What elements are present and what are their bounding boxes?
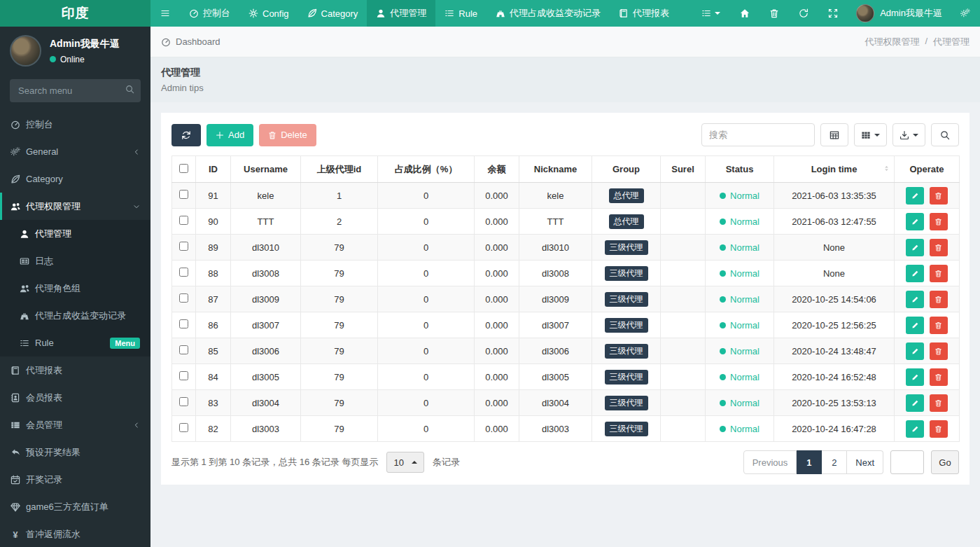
delete-row-button[interactable]	[930, 213, 948, 230]
sidebar-item-agent-manage[interactable]: 代理管理	[0, 220, 150, 247]
nav-item-rule[interactable]: Rule	[435, 0, 486, 27]
cell-operate	[895, 390, 960, 416]
row-checkbox[interactable]	[179, 242, 188, 251]
sort-icon	[883, 165, 890, 172]
breadcrumb-dashboard-link[interactable]: Dashboard	[161, 36, 220, 47]
edit-row-button[interactable]	[906, 239, 924, 256]
cell-login-time: 2020-10-24 16:47:28	[774, 416, 895, 442]
row-checkbox[interactable]	[179, 371, 188, 380]
pagination-previous[interactable]: Previous	[743, 450, 797, 474]
edit-row-button[interactable]	[906, 394, 924, 412]
nav-item-agent-profit-log[interactable]: 代理占成收益变动记录	[486, 0, 610, 27]
nav-fullscreen-button[interactable]	[818, 0, 848, 27]
nav-home-button[interactable]	[730, 0, 760, 27]
sidebar-item-agent-profit-log[interactable]: 代理占成收益变动记录	[0, 302, 150, 329]
group-badge: 三级代理	[605, 240, 648, 255]
fullscreen-icon	[828, 8, 838, 18]
delete-button[interactable]: Delete	[259, 124, 316, 146]
page-size-dropdown[interactable]: 10	[386, 452, 424, 473]
pagination-page-1[interactable]: 1	[797, 450, 822, 474]
sidebar-item-draw-record[interactable]: 开奖记录	[0, 466, 150, 493]
row-checkbox[interactable]	[179, 423, 188, 432]
pencil-icon	[911, 192, 919, 200]
toggle-view-button[interactable]	[820, 123, 848, 146]
sidebar-item-console[interactable]: 控制台	[0, 111, 150, 138]
cell-username: dl3003	[231, 416, 301, 442]
nav-item-agent-report[interactable]: 代理报表	[610, 0, 678, 27]
sidebar-item-category[interactable]: Category	[0, 165, 150, 193]
sidebar-item-agent-report[interactable]: 代理报表	[0, 356, 150, 384]
pagination-next[interactable]: Next	[847, 450, 883, 474]
edit-row-button[interactable]	[906, 187, 924, 205]
row-checkbox[interactable]	[179, 216, 188, 225]
leaf-icon	[307, 8, 317, 18]
cell-ratio: 0	[378, 312, 475, 338]
refresh-button[interactable]	[172, 124, 201, 146]
edit-row-button[interactable]	[906, 317, 924, 334]
select-all-checkbox[interactable]	[179, 164, 188, 173]
pagination-page-2[interactable]: 2	[822, 450, 847, 474]
edit-row-button[interactable]	[906, 213, 924, 230]
row-checkbox[interactable]	[179, 319, 188, 328]
nav-clear-cache-button[interactable]	[760, 0, 789, 27]
delete-row-button[interactable]	[930, 394, 948, 412]
nav-user-menu[interactable]: Admin我最牛逼	[848, 0, 951, 27]
add-button[interactable]: Add	[206, 124, 253, 146]
sidebar-item-rule[interactable]: Rule Menu	[0, 329, 150, 356]
nav-item-category[interactable]: Category	[298, 0, 368, 27]
goto-page-input[interactable]	[890, 450, 924, 474]
edit-row-button[interactable]	[906, 265, 924, 282]
sidebar-submenu-agent-perms: 代理管理 日志 代理角色组 代理占成收益变动记录 Rule Menu	[0, 220, 150, 356]
sidebar-item-preset-result[interactable]: 预设开奖结果	[0, 438, 150, 466]
sidebar-item-game6-orders[interactable]: game6三方充值订单	[0, 493, 150, 520]
nav-item-console[interactable]: 控制台	[180, 0, 239, 27]
nav-item-agent-manage[interactable]: 代理管理	[367, 0, 435, 27]
sidebar-search-input[interactable]	[10, 79, 141, 102]
row-checkbox[interactable]	[179, 397, 188, 406]
status-dot-icon	[720, 374, 726, 380]
breadcrumb-location: 代理权限管理 / 代理管理	[864, 36, 969, 48]
edit-row-button[interactable]	[906, 420, 924, 438]
nav-item-config[interactable]: Config	[239, 0, 298, 27]
sidebar-item-logs[interactable]: 日志	[0, 247, 150, 275]
edit-row-button[interactable]	[906, 368, 924, 386]
sidebar-item-first-charge-rebate[interactable]: ¥ 首冲返佣流水	[0, 520, 150, 547]
sidebar-item-agent-perms[interactable]: 代理权限管理	[0, 193, 150, 220]
go-button[interactable]: Go	[931, 450, 959, 474]
brand-logo[interactable]: 印度	[0, 0, 150, 27]
edit-row-button[interactable]	[906, 342, 924, 360]
cell-login-time: None	[774, 261, 895, 286]
sidebar-item-general[interactable]: General	[0, 138, 150, 165]
edit-row-button[interactable]	[906, 291, 924, 308]
delete-row-button[interactable]	[930, 187, 948, 205]
delete-row-button[interactable]	[930, 420, 948, 438]
delete-row-button[interactable]	[930, 239, 948, 256]
delete-row-button[interactable]	[930, 291, 948, 308]
row-checkbox[interactable]	[179, 293, 188, 303]
delete-row-button[interactable]	[930, 265, 948, 282]
top-navbar: 印度 控制台 Config Category 代理管理	[0, 0, 980, 27]
columns-button[interactable]	[854, 123, 887, 146]
caret-up-icon	[412, 461, 417, 464]
nav-check-update-button[interactable]	[789, 0, 818, 27]
nav-menu-dropdown[interactable]	[692, 0, 730, 27]
delete-row-button[interactable]	[930, 368, 948, 386]
delete-row-button[interactable]	[930, 317, 948, 334]
sidebar-item-member-report[interactable]: 会员报表	[0, 384, 150, 411]
row-checkbox[interactable]	[179, 268, 188, 277]
sidebar-toggle-button[interactable]	[150, 0, 180, 27]
nav-settings-button[interactable]	[951, 0, 980, 27]
delete-row-button[interactable]	[930, 342, 948, 360]
status-dot-icon	[720, 322, 726, 328]
group-badge: 总代理	[609, 214, 644, 229]
col-login-time[interactable]: Login time	[774, 156, 895, 183]
sidebar-item-member-manage[interactable]: 会员管理	[0, 411, 150, 438]
col-status: Status	[706, 156, 774, 183]
sidebar-item-agent-roles[interactable]: 代理角色组	[0, 275, 150, 302]
export-button[interactable]	[892, 123, 925, 146]
row-checkbox[interactable]	[179, 345, 188, 354]
search-button[interactable]	[931, 123, 959, 146]
row-checkbox[interactable]	[179, 190, 188, 199]
table-search-input[interactable]	[701, 123, 815, 146]
trash-icon	[934, 321, 942, 329]
